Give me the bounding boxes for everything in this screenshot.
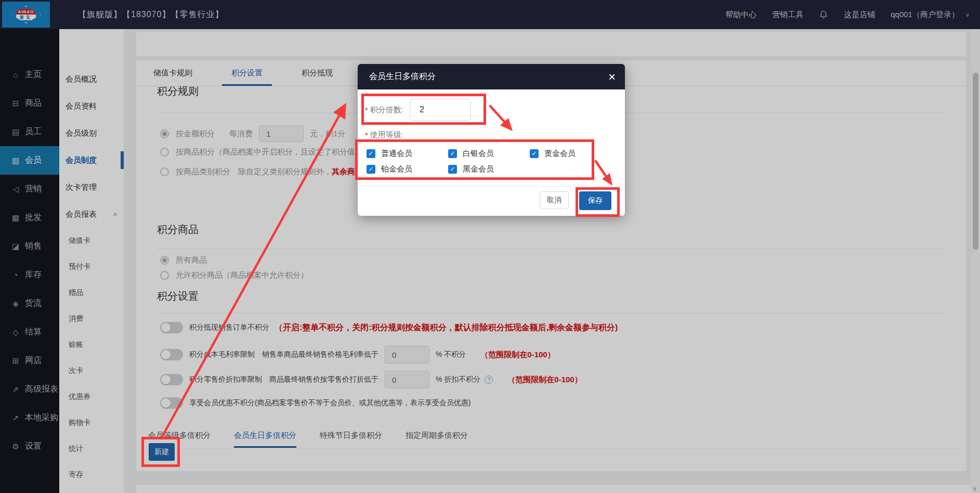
level-silver[interactable]: ✓白银会员 <box>448 149 530 159</box>
required-asterisk: * <box>365 131 368 139</box>
level-label: 黄金会员 <box>544 149 576 159</box>
app-window: AIBAO 爱宝 【旗舰版】【183070】【零售行业】 帮助中心 营销工具 这… <box>0 0 980 493</box>
required-asterisk: * <box>365 106 368 114</box>
checkbox-checked-icon[interactable]: ✓ <box>448 149 457 158</box>
level-label: 黑金会员 <box>463 164 494 174</box>
modal-header: 会员生日多倍积分 × <box>358 64 625 89</box>
levels-checkbox-grid: ✓普通会员 ✓白银会员 ✓黄金会员 ✓铂金会员 ✓黑金会员 <box>367 146 616 177</box>
level-gold[interactable]: ✓黄金会员 <box>530 149 611 159</box>
checkbox-checked-icon[interactable]: ✓ <box>367 149 375 158</box>
save-button[interactable]: 保存 <box>579 191 611 210</box>
checkbox-checked-icon[interactable]: ✓ <box>530 149 539 158</box>
level-label: 普通会员 <box>381 149 412 159</box>
checkbox-row: ✓铂金会员 ✓黑金会员 <box>367 161 616 177</box>
modal-footer-divider <box>358 186 625 187</box>
level-black-gold[interactable]: ✓黑金会员 <box>448 164 530 174</box>
multiplier-label: 积分倍数: <box>370 105 403 115</box>
cancel-button[interactable]: 取消 <box>540 191 569 209</box>
birthday-multi-points-modal: 会员生日多倍积分 × * 积分倍数: * 使用等级: ✓普通会员 ✓白银会员 ✓… <box>358 64 625 216</box>
level-normal[interactable]: ✓普通会员 <box>367 149 448 159</box>
multiplier-input[interactable] <box>410 99 471 121</box>
multiplier-field-row: * 积分倍数: <box>365 99 471 121</box>
level-label: 铂金会员 <box>381 164 412 174</box>
levels-label-row: * 使用等级: <box>365 130 403 140</box>
checkbox-checked-icon[interactable]: ✓ <box>448 165 457 174</box>
checkbox-row: ✓普通会员 ✓白银会员 ✓黄金会员 <box>367 146 616 161</box>
close-icon[interactable]: × <box>608 72 616 82</box>
level-label: 白银会员 <box>463 149 494 159</box>
level-platinum[interactable]: ✓铂金会员 <box>367 164 448 174</box>
modal-title: 会员生日多倍积分 <box>369 71 608 82</box>
checkbox-checked-icon[interactable]: ✓ <box>367 165 375 174</box>
levels-label: 使用等级: <box>370 130 403 140</box>
